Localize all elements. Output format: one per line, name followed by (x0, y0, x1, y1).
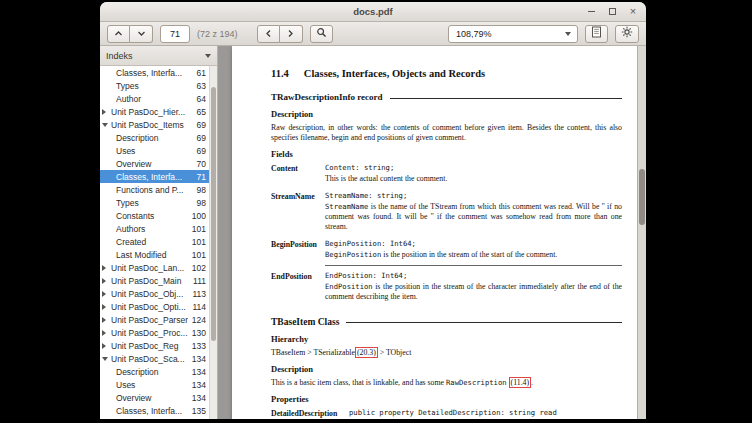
expander-open-icon[interactable] (102, 123, 111, 127)
text-run: EndPosition (325, 282, 373, 291)
page-number-input[interactable] (160, 25, 190, 43)
index-tree-item[interactable]: Unit PasDoc_Hier...65 (100, 105, 209, 118)
field-body: StreamName: string;StreamName is the nam… (325, 191, 622, 234)
ref-link[interactable]: (20.3) (355, 347, 378, 358)
index-tree-item[interactable]: Created101 (100, 235, 209, 248)
index-tree-item[interactable]: Description69 (100, 131, 209, 144)
index-tree-item[interactable]: Classes, Interfa...135 (100, 404, 209, 417)
index-tree-item[interactable]: Description134 (100, 365, 209, 378)
index-item-label: Functions and P... (116, 185, 188, 195)
index-tree-item[interactable]: Unit PasDoc_Opti...114 (100, 300, 209, 313)
page-nav-group (107, 25, 153, 43)
index-tree-item[interactable]: Author64 (100, 92, 209, 105)
index-item-label: Authors (116, 224, 188, 234)
history-forward-button[interactable] (280, 25, 303, 43)
index-item-page: 98 (188, 185, 206, 195)
text-run: This is the actual content the comment. (325, 174, 447, 183)
settings-button[interactable] (615, 25, 639, 43)
expander-closed-icon[interactable] (102, 265, 111, 271)
index-item-page: 98 (188, 198, 206, 208)
index-item-label: Description (116, 133, 188, 143)
index-item-label: Unit PasDoc_Opti... (111, 302, 188, 312)
next-page-button[interactable] (130, 25, 153, 43)
index-item-label: Types (116, 81, 188, 91)
ref-link[interactable]: (11.4) (509, 377, 532, 388)
index-tree-item[interactable]: Unit PasDoc_Items69 (100, 118, 209, 131)
text-run: TBaseItem > TSerializable (271, 348, 355, 357)
index-tree-item[interactable]: Types98 (100, 196, 209, 209)
text-run: StreamName (325, 202, 368, 211)
index-item-label: Unit PasDoc_Proc... (111, 328, 188, 338)
expander-closed-icon[interactable] (102, 278, 111, 284)
index-item-label: Overview (116, 159, 188, 169)
expander-closed-icon[interactable] (102, 291, 111, 297)
index-tree-item[interactable]: Overview70 (100, 157, 209, 170)
index-tree-item[interactable]: Constants100 (100, 209, 209, 222)
index-tree-item[interactable]: Unit PasDoc_Obj...113 (100, 287, 209, 300)
property-body: public property DetailedDescription: str… (349, 408, 622, 419)
properties-list: DetailedDescriptionpublic property Detai… (271, 408, 622, 419)
page-view-button[interactable] (585, 25, 608, 43)
hierarchy-heading: Hierarchy (271, 334, 622, 344)
index-item-page: 124 (188, 315, 206, 325)
index-item-page: 114 (188, 302, 206, 312)
text-run: is the name of the TStream from which th… (325, 202, 622, 231)
sidebar-scrollbar-thumb[interactable] (211, 87, 216, 341)
toolbar: (72 z 194) 108, (100, 22, 646, 46)
expander-closed-icon[interactable] (102, 304, 111, 310)
index-tree-item[interactable]: Uses134 (100, 378, 209, 391)
class-description-heading: Description (271, 364, 622, 374)
expander-closed-icon[interactable] (102, 330, 111, 336)
expander-closed-icon[interactable] (102, 343, 111, 349)
index-tree-item[interactable]: Uses69 (100, 144, 209, 157)
history-nav-group (257, 25, 303, 43)
field-name: Content (271, 163, 325, 186)
field-row: BeginPositionBeginPosition: Int64;BeginP… (271, 239, 622, 266)
index-tree-item[interactable]: Last Modified101 (100, 248, 209, 261)
index-item-page: 70 (188, 159, 206, 169)
index-tree-item[interactable]: Unit PasDoc_Lan...102 (100, 261, 209, 274)
class-description: This is a basic item class, that is link… (271, 378, 622, 388)
gear-icon (621, 26, 633, 41)
index-item-label: Classes, Interfa... (116, 406, 188, 416)
index-tree-item[interactable]: Unit PasDoc_Main111 (100, 274, 209, 287)
field-row: EndPositionEndPosition: Int64;EndPositio… (271, 271, 622, 304)
chevron-down-icon (205, 54, 211, 58)
index-item-page: 101 (188, 224, 206, 234)
index-tree-item[interactable]: Unit PasDoc_Parser124 (100, 313, 209, 326)
sidebar-scrollbar[interactable] (209, 66, 217, 419)
index-tree-item[interactable]: Overview134 (100, 391, 209, 404)
search-button[interactable] (310, 25, 333, 43)
record-heading: TRawDescriptionInfo record (271, 92, 622, 102)
expander-closed-icon[interactable] (102, 317, 111, 323)
expander-closed-icon[interactable] (102, 109, 111, 115)
hierarchy-line: TBaseItem > TSerializable(20.3) > TObjec… (271, 348, 622, 358)
fields-list: ContentContent: string;This is the actua… (271, 163, 622, 304)
index-tree-item[interactable]: Functions and P...98 (100, 183, 209, 196)
maximize-button[interactable] (606, 6, 618, 18)
titlebar[interactable]: docs.pdf × (100, 2, 646, 22)
text-run: is the position in the stream of the sta… (381, 250, 557, 259)
field-name: BeginPosition (271, 239, 325, 266)
field-description: StreamName is the name of the TStream fr… (325, 202, 622, 232)
index-item-page: 64 (188, 94, 206, 104)
index-tree-item[interactable]: Unit PasDoc_Proc...130 (100, 326, 209, 339)
index-tree-item[interactable]: Types63 (100, 79, 209, 92)
index-item-page: 63 (188, 81, 206, 91)
index-tree-item[interactable]: Classes, Interfa...61 (100, 66, 209, 79)
document-scrollbar[interactable] (637, 46, 646, 419)
history-back-button[interactable] (257, 25, 280, 43)
expander-open-icon[interactable] (102, 357, 111, 361)
minimize-button[interactable] (585, 6, 597, 18)
index-tree-item[interactable]: Unit PasDoc_Sca...134 (100, 352, 209, 365)
previous-page-button[interactable] (107, 25, 130, 43)
document-scrollbar-thumb[interactable] (639, 169, 645, 225)
sidebar-mode-dropdown[interactable]: Indeks (100, 46, 217, 66)
index-tree-item[interactable]: Classes, Interfa...71 (100, 170, 209, 183)
close-button[interactable]: × (627, 6, 639, 18)
index-tree-item[interactable]: Unit PasDoc_Reg133 (100, 339, 209, 352)
index-item-label: Overview (116, 393, 188, 403)
index-tree-item[interactable]: Authors101 (100, 222, 209, 235)
index-item-page: 101 (188, 250, 206, 260)
zoom-combobox[interactable]: 108,79% (448, 25, 578, 43)
